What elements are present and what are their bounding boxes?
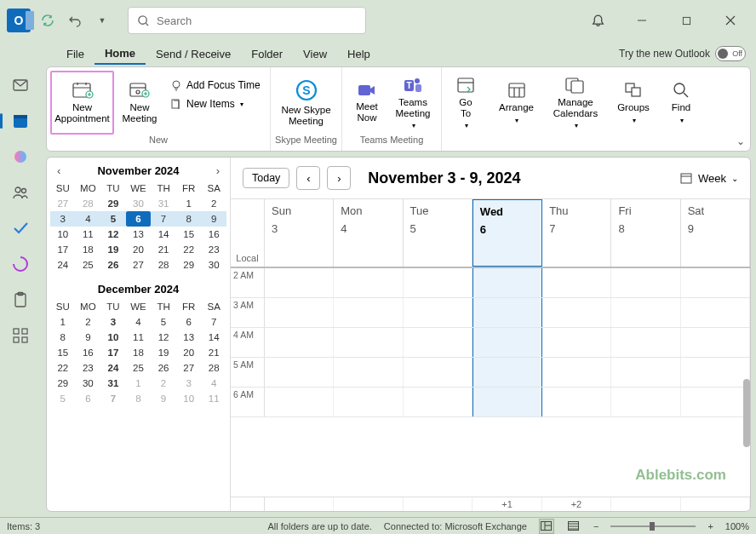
datepicker-day[interactable]: 16: [201, 227, 226, 242]
datepicker-day[interactable]: 14: [151, 227, 176, 242]
rail-people-icon[interactable]: [10, 182, 31, 203]
datepicker-day[interactable]: 20: [176, 345, 202, 360]
datepicker-day[interactable]: 29: [176, 257, 202, 273]
datepicker-day[interactable]: 8: [50, 330, 76, 345]
datepicker-day[interactable]: 27: [176, 360, 202, 376]
datepicker-day[interactable]: 26: [100, 257, 126, 273]
datepicker-day[interactable]: 30: [201, 257, 226, 273]
datepicker-day[interactable]: 24: [50, 257, 76, 273]
timezone-offset[interactable]: [681, 497, 750, 511]
timezone-offset[interactable]: [334, 497, 403, 511]
day-header[interactable]: Wed6: [472, 199, 542, 267]
datepicker-day[interactable]: 28: [76, 196, 101, 211]
datepicker-day[interactable]: 11: [126, 330, 152, 345]
close-button[interactable]: [712, 7, 749, 34]
time-cell[interactable]: [334, 328, 403, 357]
datepicker-day[interactable]: 31: [151, 196, 176, 211]
datepicker-day[interactable]: 9: [151, 391, 176, 406]
day-header[interactable]: Mon4: [334, 199, 403, 267]
rail-mail-icon[interactable]: [10, 75, 31, 95]
menu-help[interactable]: Help: [337, 44, 381, 64]
datepicker-day[interactable]: 25: [126, 360, 152, 376]
datepicker-day[interactable]: 15: [176, 227, 202, 242]
timezone-offset[interactable]: [404, 497, 472, 511]
time-cell[interactable]: [265, 268, 334, 297]
datepicker-day[interactable]: 18: [126, 345, 152, 360]
datepicker-day[interactable]: 13: [126, 227, 152, 242]
datepicker-day[interactable]: 5: [50, 391, 76, 406]
time-cell[interactable]: [404, 388, 472, 416]
datepicker-day[interactable]: 29: [100, 196, 126, 211]
time-cell[interactable]: [334, 298, 403, 327]
datepicker-day[interactable]: 31: [100, 376, 126, 391]
manage-calendars-button[interactable]: Manage Calendars▾: [547, 71, 604, 135]
rail-calendar-icon[interactable]: [10, 111, 31, 131]
datepicker-day[interactable]: 23: [76, 360, 101, 376]
datepicker-day[interactable]: 28: [151, 257, 176, 273]
sync-icon[interactable]: [37, 10, 58, 31]
datepicker-day[interactable]: 2: [201, 196, 226, 211]
time-cell[interactable]: [681, 268, 750, 297]
qat-customize-dropdown[interactable]: ▼: [92, 10, 112, 31]
datepicker-day[interactable]: 17: [50, 242, 76, 257]
day-header[interactable]: Fri8: [611, 199, 680, 267]
undo-icon[interactable]: [65, 10, 85, 31]
next-month-button[interactable]: ›: [216, 164, 220, 177]
day-header[interactable]: Tue5: [404, 199, 472, 267]
timezone-offset[interactable]: [611, 497, 680, 511]
menu-file[interactable]: File: [56, 44, 94, 64]
datepicker-day[interactable]: 10: [176, 391, 202, 406]
time-cell[interactable]: [265, 298, 334, 327]
time-cell[interactable]: [681, 328, 750, 357]
datepicker-day[interactable]: 9: [201, 211, 226, 227]
time-cell[interactable]: [404, 268, 472, 297]
datepicker-day[interactable]: 8: [126, 391, 152, 406]
datepicker-day[interactable]: 12: [100, 227, 126, 242]
datepicker-day[interactable]: 19: [151, 345, 176, 360]
datepicker-day[interactable]: 3: [176, 376, 202, 391]
datepicker-day[interactable]: 26: [151, 360, 176, 376]
datepicker-day[interactable]: 2: [151, 376, 176, 391]
datepicker-day[interactable]: 6: [126, 211, 152, 227]
try-new-toggle[interactable]: Off: [715, 46, 746, 61]
datepicker-day[interactable]: 2: [76, 314, 101, 330]
today-button[interactable]: Today: [243, 168, 289, 188]
time-cell[interactable]: [542, 388, 611, 416]
reading-view-icon[interactable]: [566, 519, 581, 534]
datepicker-day[interactable]: 10: [100, 330, 126, 345]
datepicker-day[interactable]: 21: [151, 242, 176, 257]
datepicker-day[interactable]: 27: [126, 257, 152, 273]
normal-view-icon[interactable]: [539, 519, 554, 534]
datepicker-day[interactable]: 24: [100, 360, 126, 376]
prev-month-button[interactable]: ‹: [57, 164, 60, 177]
datepicker-day[interactable]: 7: [201, 314, 226, 330]
ribbon-collapse-icon[interactable]: ⌄: [736, 135, 745, 147]
datepicker-day[interactable]: 14: [201, 330, 226, 345]
time-cell[interactable]: [542, 268, 611, 297]
menu-view[interactable]: View: [293, 44, 337, 64]
day-header[interactable]: Thu7: [542, 199, 611, 267]
teams-meeting-button[interactable]: T Teams Meeting▾: [388, 71, 438, 135]
datepicker-day[interactable]: 27: [50, 196, 76, 211]
prev-week-button[interactable]: ‹: [296, 166, 320, 190]
maximize-button[interactable]: [667, 7, 705, 34]
datepicker-day[interactable]: 9: [76, 330, 101, 345]
time-cell[interactable]: [472, 358, 542, 387]
menu-home[interactable]: Home: [94, 43, 146, 65]
datepicker-day[interactable]: 15: [50, 345, 76, 360]
datepicker-day[interactable]: 7: [100, 391, 126, 406]
minimize-button[interactable]: [623, 7, 661, 34]
datepicker-day[interactable]: 1: [126, 376, 152, 391]
groups-button[interactable]: Groups▾: [611, 71, 656, 135]
skype-meeting-button[interactable]: S New Skype Meeting: [274, 71, 338, 135]
meet-now-button[interactable]: Meet Now: [346, 71, 388, 135]
new-appointment-button[interactable]: New Appointment: [50, 71, 114, 135]
time-cell[interactable]: [265, 388, 334, 416]
datepicker-day[interactable]: 21: [201, 345, 226, 360]
zoom-slider[interactable]: [610, 525, 696, 527]
datepicker-day[interactable]: 4: [126, 314, 152, 330]
datepicker-day[interactable]: 25: [76, 257, 101, 273]
timezone-offset[interactable]: +2: [542, 497, 611, 511]
next-week-button[interactable]: ›: [327, 166, 351, 190]
time-cell[interactable]: [681, 388, 750, 416]
